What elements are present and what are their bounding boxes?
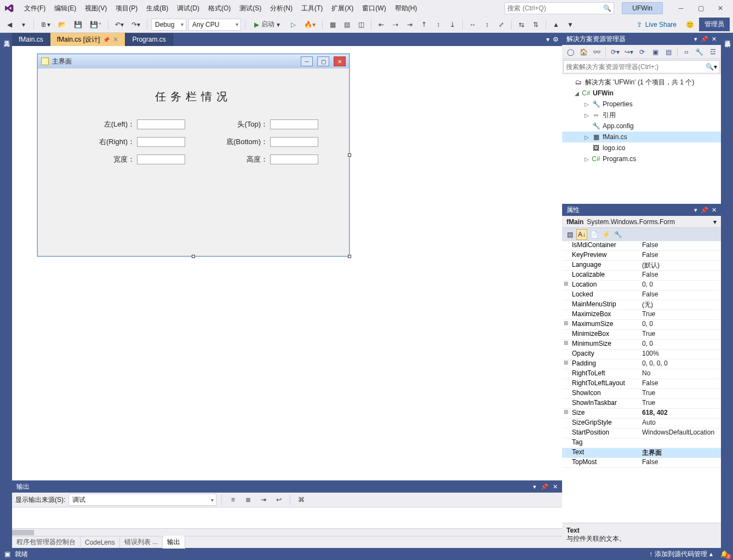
menu-d[interactable]: 调试(D) bbox=[173, 2, 204, 15]
output-hscroll[interactable] bbox=[12, 528, 562, 536]
align-right-button[interactable]: ⇥ bbox=[404, 19, 416, 31]
status-scm[interactable]: ↑ 添加到源代码管理 ▴ bbox=[649, 550, 713, 559]
feedback-button[interactable]: 🙂 bbox=[683, 19, 697, 31]
pin-icon[interactable]: 📌 bbox=[701, 207, 708, 214]
property-row[interactable]: KeyPreviewFalse bbox=[562, 251, 721, 261]
sol-preview-button[interactable]: ☲ bbox=[707, 46, 719, 58]
menu-o[interactable]: 格式(O) bbox=[204, 2, 235, 15]
save-all-button[interactable]: 💾⁺ bbox=[87, 19, 104, 31]
order-back-button[interactable]: ▼ bbox=[564, 19, 576, 31]
bottom-tab[interactable]: 程序包管理器控制台 bbox=[12, 536, 81, 548]
tree-logo[interactable]: 🖼logo.ico bbox=[562, 142, 721, 153]
properties-header[interactable]: 属性 ▾ 📌 ✕ bbox=[562, 204, 721, 216]
window-restore-button[interactable]: ▢ bbox=[691, 2, 710, 14]
panel-dropdown-icon[interactable]: ▾ bbox=[533, 483, 536, 490]
menu-s[interactable]: 测试(S) bbox=[235, 2, 266, 15]
solution-explorer-header[interactable]: 解决方案资源管理器 ▾ 📌 ✕ bbox=[562, 33, 721, 45]
prop-categorized-button[interactable]: ▤ bbox=[564, 229, 575, 240]
bottom-tab[interactable]: 输出 bbox=[163, 535, 185, 550]
tab-overflow-button[interactable]: ▾ bbox=[546, 36, 549, 43]
sol-showall-button[interactable]: ▤ bbox=[662, 46, 674, 58]
redo-button[interactable]: ↷▾ bbox=[129, 19, 143, 31]
form-input[interactable] bbox=[270, 119, 318, 129]
property-row[interactable]: Text主界面 bbox=[562, 448, 721, 458]
align-top-button[interactable]: ⤒ bbox=[418, 19, 430, 31]
start-nodebug-button[interactable]: ▷ bbox=[287, 19, 299, 31]
resize-handle-right[interactable] bbox=[348, 153, 351, 157]
output-source-combo[interactable]: 调试 bbox=[68, 494, 216, 506]
property-row[interactable]: ⊞Size618, 402 bbox=[562, 409, 721, 419]
output-text[interactable] bbox=[12, 507, 562, 528]
tab-settings-button[interactable]: ⚙ bbox=[553, 36, 559, 43]
property-row[interactable]: LockedFalse bbox=[562, 290, 721, 300]
form-input[interactable] bbox=[137, 137, 185, 147]
property-row[interactable]: ShowInTaskbarTrue bbox=[562, 399, 721, 409]
property-row[interactable]: ⊞Location0, 0 bbox=[562, 281, 721, 290]
doc-tab-fmain-designer[interactable]: fMain.cs [设计]📌✕ bbox=[50, 33, 126, 46]
prop-wrench-button[interactable]: 🔧 bbox=[612, 229, 623, 240]
size-btn-2[interactable]: ↕ bbox=[481, 19, 493, 31]
resize-handle-corner[interactable] bbox=[348, 255, 351, 258]
nav-back-button[interactable]: ◀ bbox=[3, 19, 15, 31]
menu-v[interactable]: 视图(V) bbox=[81, 2, 111, 15]
save-button[interactable]: 💾 bbox=[71, 19, 85, 31]
menu-w[interactable]: 窗口(W) bbox=[358, 2, 390, 15]
status-notifications[interactable]: 🔔2 bbox=[720, 550, 729, 558]
form-input[interactable] bbox=[270, 155, 318, 164]
tree-fmain[interactable]: ▷▦fMain.cs bbox=[562, 132, 721, 142]
property-row[interactable]: ⊞Padding0, 0, 0, 0 bbox=[562, 359, 721, 369]
sol-sync-button[interactable]: 👓 bbox=[591, 46, 603, 58]
property-row[interactable]: TopMostFalse bbox=[562, 458, 721, 468]
live-share-button[interactable]: ⇪Live Share bbox=[632, 21, 681, 28]
property-row[interactable]: RightToLeftLayoutFalse bbox=[562, 379, 721, 389]
doc-tab-program-cs[interactable]: Program.cs bbox=[125, 33, 173, 46]
tree-solution-root[interactable]: 🗂解决方案 'UFWin' (1 个项目，共 1 个) bbox=[562, 77, 721, 88]
sol-home-button[interactable]: 🏠 bbox=[577, 46, 589, 58]
output-toggle-2[interactable]: ⇥ bbox=[257, 494, 270, 506]
menu-p[interactable]: 项目(P) bbox=[111, 2, 142, 15]
output-wrap-button[interactable]: ↩ bbox=[273, 494, 285, 506]
prop-events-button[interactable]: ⚡ bbox=[600, 229, 611, 240]
undo-button[interactable]: ↶▾ bbox=[112, 19, 127, 31]
open-button[interactable]: 📂 bbox=[55, 19, 69, 31]
form-input[interactable] bbox=[137, 155, 185, 164]
property-row[interactable]: Tag bbox=[562, 438, 721, 448]
menu-e[interactable]: 编辑(E) bbox=[50, 2, 81, 15]
sol-back-button[interactable]: ◯ bbox=[564, 46, 576, 58]
property-row[interactable]: ShowIconTrue bbox=[562, 389, 721, 399]
sol-btn-b[interactable]: ↪▾ bbox=[622, 46, 635, 58]
panel-pin-icon[interactable]: 📌 bbox=[541, 483, 548, 490]
tree-appconfig[interactable]: 🔧App.config bbox=[562, 121, 721, 132]
align-center-button[interactable]: ⇢ bbox=[390, 19, 402, 31]
form-client-area[interactable]: 任务栏情况 左(Left)：头(Top)：右(Right)：底(Bottom)：… bbox=[38, 68, 349, 256]
property-row[interactable]: Opacity100% bbox=[562, 350, 721, 359]
bottom-tab[interactable]: 错误列表 ... bbox=[120, 536, 163, 548]
property-row[interactable]: ⊞MinimumSize0, 0 bbox=[562, 340, 721, 350]
menu-h[interactable]: 帮助(H) bbox=[391, 2, 422, 15]
tree-properties[interactable]: ▷🔧Properties bbox=[562, 99, 721, 110]
layout-btn-3[interactable]: ◫ bbox=[355, 19, 367, 31]
size-btn-1[interactable]: ↔ bbox=[467, 19, 479, 31]
nav-fwd-button[interactable]: ▾ bbox=[18, 19, 30, 31]
size-btn-3[interactable]: ⤢ bbox=[495, 19, 507, 31]
form-min-button[interactable]: ─ bbox=[301, 56, 313, 66]
property-row[interactable]: MaximizeBoxTrue bbox=[562, 310, 721, 320]
form-input[interactable] bbox=[137, 119, 185, 129]
pin-icon[interactable]: 📌 bbox=[701, 36, 708, 43]
tree-program[interactable]: ▷C#Program.cs bbox=[562, 153, 721, 164]
left-tool-rail[interactable]: 工具箱 数据源 bbox=[0, 33, 12, 548]
panel-close-icon[interactable]: ✕ bbox=[553, 483, 558, 490]
sol-collapse-button[interactable]: ▣ bbox=[649, 46, 661, 58]
new-project-button[interactable]: 🗎▾ bbox=[38, 19, 53, 31]
form-max-button[interactable]: ▢ bbox=[317, 56, 329, 66]
close-icon[interactable]: ✕ bbox=[113, 36, 118, 43]
solution-tree[interactable]: 🗂解决方案 'UFWin' (1 个项目，共 1 个) ◢C#UFWin ▷🔧P… bbox=[562, 75, 721, 204]
chevron-down-icon[interactable]: ▾ bbox=[694, 207, 697, 214]
close-icon[interactable]: ✕ bbox=[712, 36, 717, 43]
solution-search[interactable]: 🔍▾ bbox=[563, 60, 720, 73]
sol-properties-button[interactable]: 🔧 bbox=[694, 46, 706, 58]
output-cmd-button[interactable]: ⌘ bbox=[295, 494, 307, 506]
property-row[interactable]: MainMenuStrip(无) bbox=[562, 300, 721, 310]
properties-target[interactable]: fMainSystem.Windows.Forms.Form▾ bbox=[562, 216, 721, 228]
start-debug-button[interactable]: ▶启动 ▾ bbox=[249, 19, 285, 31]
